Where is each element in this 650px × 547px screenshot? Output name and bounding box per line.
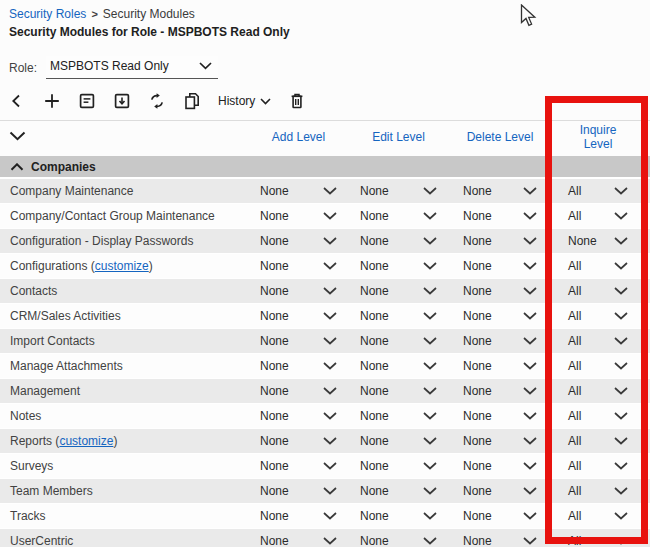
inquire-level-select[interactable]: All — [558, 384, 650, 398]
edit-level-value: None — [360, 484, 389, 498]
add-level-select[interactable]: None — [250, 409, 350, 423]
add-level-select[interactable]: None — [250, 509, 350, 523]
delete-level-select[interactable]: None — [453, 509, 558, 523]
delete-level-select[interactable]: None — [453, 459, 558, 473]
add-level-select[interactable]: None — [250, 484, 350, 498]
delete-level-select[interactable]: None — [453, 259, 558, 273]
edit-level-select[interactable]: None — [350, 284, 453, 298]
edit-level-select[interactable]: None — [350, 234, 453, 248]
edit-level-select[interactable]: None — [350, 209, 453, 223]
column-header-inquire-level[interactable]: Inquire Level — [558, 123, 650, 151]
inquire-level-select[interactable]: All — [558, 484, 650, 498]
role-select-value: MSPBOTS Read Only — [50, 59, 169, 73]
edit-level-select[interactable]: None — [350, 459, 453, 473]
add-level-select[interactable]: None — [250, 209, 350, 223]
add-level-select[interactable]: None — [250, 259, 350, 273]
add-level-select[interactable]: None — [250, 384, 350, 398]
edit-level-select[interactable]: None — [350, 534, 453, 547]
column-header-add-level[interactable]: Add Level — [250, 130, 350, 144]
add-level-select[interactable]: None — [250, 359, 350, 373]
module-name: Manage Attachments — [0, 359, 250, 373]
edit-level-value: None — [360, 334, 389, 348]
add-level-select[interactable]: None — [250, 309, 350, 323]
delete-level-select[interactable]: None — [453, 484, 558, 498]
edit-level-select[interactable]: None — [350, 434, 453, 448]
add-level-select[interactable]: None — [250, 284, 350, 298]
inquire-level-select[interactable]: All — [558, 409, 650, 423]
inquire-level-select[interactable]: All — [558, 309, 650, 323]
chevron-down-icon — [523, 509, 537, 523]
delete-level-select[interactable]: None — [453, 359, 558, 373]
chevron-down-icon — [323, 459, 337, 473]
back-button[interactable] — [6, 90, 28, 112]
customize-link[interactable]: customize — [95, 259, 149, 273]
delete-level-select[interactable]: None — [453, 534, 558, 547]
add-level-value: None — [260, 459, 289, 473]
chevron-down-icon — [523, 209, 537, 223]
inquire-level-select[interactable]: All — [558, 184, 650, 198]
delete-level-value: None — [463, 409, 492, 423]
delete-level-select[interactable]: None — [453, 284, 558, 298]
add-level-select[interactable]: None — [250, 534, 350, 547]
module-name-text: Configuration - Display Passwords — [10, 234, 193, 248]
breadcrumb-security-roles-link[interactable]: Security Roles — [9, 7, 86, 21]
inquire-level-select[interactable]: All — [558, 434, 650, 448]
expand-all-chevron[interactable] — [0, 130, 250, 144]
chevron-down-icon — [614, 509, 628, 523]
column-header-delete-level[interactable]: Delete Level — [453, 130, 558, 144]
copy-button[interactable] — [181, 90, 203, 112]
customize-link[interactable]: customize — [59, 434, 113, 448]
inquire-level-select[interactable]: All — [558, 284, 650, 298]
chevron-down-icon — [614, 259, 628, 273]
edit-level-select[interactable]: None — [350, 509, 453, 523]
add-level-select[interactable]: None — [250, 234, 350, 248]
delete-level-select[interactable]: None — [453, 384, 558, 398]
delete-button[interactable] — [286, 90, 308, 112]
group-header-companies[interactable]: Companies — [0, 156, 650, 179]
delete-level-select[interactable]: None — [453, 209, 558, 223]
add-level-select[interactable]: None — [250, 459, 350, 473]
delete-level-select[interactable]: None — [453, 434, 558, 448]
role-select[interactable]: MSPBOTS Read Only — [46, 56, 218, 79]
history-dropdown[interactable]: History — [216, 94, 273, 108]
add-level-select[interactable]: None — [250, 334, 350, 348]
edit-level-select[interactable]: None — [350, 359, 453, 373]
add-button[interactable] — [41, 90, 63, 112]
edit-level-select[interactable]: None — [350, 309, 453, 323]
edit-level-select[interactable]: None — [350, 259, 453, 273]
add-level-select[interactable]: None — [250, 184, 350, 198]
edit-level-select[interactable]: None — [350, 409, 453, 423]
chevron-down-icon — [523, 409, 537, 423]
delete-level-select[interactable]: None — [453, 309, 558, 323]
security-modules-page: Security Roles>Security Modules Security… — [0, 0, 650, 547]
column-header-edit-level[interactable]: Edit Level — [350, 130, 453, 144]
customize-link-wrap: customize — [87, 259, 152, 273]
table-row: Configurationscustomize None None None A… — [0, 254, 650, 279]
inquire-level-select[interactable]: All — [558, 534, 650, 547]
edit-level-select[interactable]: None — [350, 384, 453, 398]
edit-level-select[interactable]: None — [350, 484, 453, 498]
edit-level-select[interactable]: None — [350, 334, 453, 348]
breadcrumb-security-modules: Security Modules — [103, 7, 195, 21]
inquire-level-select[interactable]: All — [558, 259, 650, 273]
add-level-value: None — [260, 184, 289, 198]
inquire-level-select[interactable]: All — [558, 359, 650, 373]
edit-level-select[interactable]: None — [350, 184, 453, 198]
delete-level-value: None — [463, 209, 492, 223]
inquire-level-select[interactable]: All — [558, 509, 650, 523]
delete-level-select[interactable]: None — [453, 234, 558, 248]
save-and-close-button[interactable] — [111, 90, 133, 112]
refresh-button[interactable] — [146, 90, 168, 112]
add-level-select[interactable]: None — [250, 434, 350, 448]
save-button[interactable] — [76, 90, 98, 112]
edit-level-value: None — [360, 259, 389, 273]
inquire-level-select[interactable]: All — [558, 334, 650, 348]
delete-level-select[interactable]: None — [453, 184, 558, 198]
inquire-level-select[interactable]: All — [558, 459, 650, 473]
inquire-level-select[interactable]: All — [558, 209, 650, 223]
delete-level-select[interactable]: None — [453, 334, 558, 348]
table-row: CRM/Sales Activities None None None All — [0, 304, 650, 329]
module-name: Import Contacts — [0, 334, 250, 348]
inquire-level-select[interactable]: None — [558, 234, 650, 248]
delete-level-select[interactable]: None — [453, 409, 558, 423]
